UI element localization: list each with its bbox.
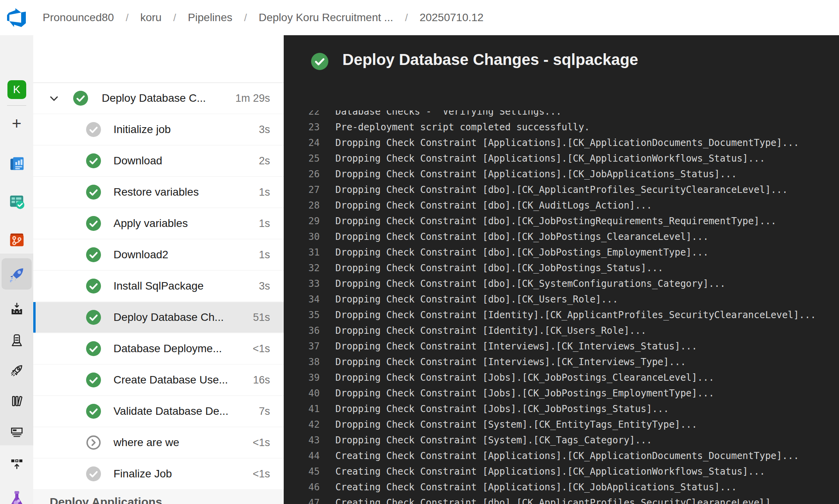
log-line-number[interactable]: 30 bbox=[284, 229, 320, 245]
skipped-status-icon bbox=[86, 435, 101, 450]
job-step-label: Download bbox=[113, 155, 162, 167]
job-step-row[interactable]: where are we<1s bbox=[33, 427, 284, 458]
test-plans-icon[interactable] bbox=[0, 490, 33, 504]
log-line-number[interactable]: 47 bbox=[284, 495, 320, 504]
success-status-icon bbox=[86, 373, 101, 387]
log-line-number[interactable]: 36 bbox=[284, 323, 320, 338]
log-line: 41Dropping Check Constraint [Jobs].[CK_J… bbox=[284, 401, 839, 417]
log-line: 29Dropping Check Constraint [dbo].[CK_Jo… bbox=[284, 213, 839, 229]
log-line-text: Dropping Check Constraint [Identity].[CK… bbox=[320, 307, 816, 323]
job-group-row[interactable]: Deploy Database C...1m 29s bbox=[33, 83, 284, 113]
job-step-label: Database Deployme... bbox=[113, 342, 222, 355]
job-step-label: Finalize Job bbox=[113, 468, 172, 480]
job-step-row[interactable]: Download2s bbox=[33, 146, 284, 176]
job-step-row[interactable]: Create Database Use...16s bbox=[33, 365, 284, 395]
job-step-row[interactable]: Initialize job3s bbox=[33, 114, 284, 145]
log-line-number[interactable]: 38 bbox=[284, 354, 320, 370]
environments-icon[interactable] bbox=[0, 301, 33, 317]
log-line-number[interactable]: 23 bbox=[284, 119, 320, 135]
next-job-group-label[interactable]: Deploy Applications bbox=[33, 495, 284, 504]
job-step-row[interactable]: Install SqlPackage3s bbox=[33, 271, 284, 301]
log-line-number[interactable]: 32 bbox=[284, 260, 320, 276]
task-groups-icon[interactable] bbox=[0, 425, 33, 440]
add-icon[interactable]: + bbox=[0, 115, 33, 133]
job-step-duration: 1s bbox=[259, 186, 270, 198]
job-step-duration: 1s bbox=[259, 249, 270, 261]
chevron-down-icon[interactable] bbox=[48, 93, 60, 104]
job-step-row[interactable]: Restore variables1s bbox=[33, 177, 284, 207]
job-step-duration: 16s bbox=[253, 374, 270, 386]
breadcrumb-item[interactable]: Deploy Koru Recruitment ... bbox=[259, 11, 393, 24]
breadcrumb-item[interactable]: Pipelines bbox=[188, 11, 232, 24]
log-line: 45Creating Check Constraint [Application… bbox=[284, 464, 839, 479]
success-status-icon bbox=[86, 216, 101, 231]
job-step-row[interactable]: Database Deployme...<1s bbox=[33, 333, 284, 364]
rocket-icon[interactable] bbox=[0, 363, 33, 378]
log-line-number[interactable]: 27 bbox=[284, 182, 320, 198]
log-line: 25Dropping Check Constraint [Application… bbox=[284, 151, 839, 166]
job-step-row[interactable]: Apply variables1s bbox=[33, 208, 284, 239]
breadcrumb-item[interactable]: 20250710.12 bbox=[420, 11, 484, 24]
job-step-row[interactable]: Finalize Job<1s bbox=[33, 459, 284, 489]
job-step-label: where are we bbox=[113, 436, 179, 449]
log-line-number[interactable]: 43 bbox=[284, 432, 320, 448]
log-line-text: Pre-deployment script completed successf… bbox=[320, 119, 590, 135]
log-line-number[interactable]: 44 bbox=[284, 448, 320, 464]
log-line-number[interactable]: 35 bbox=[284, 307, 320, 323]
job-step-label: Apply variables bbox=[113, 217, 188, 230]
job-step-duration: <1s bbox=[253, 468, 270, 480]
overview-icon[interactable] bbox=[0, 154, 33, 172]
job-step-row[interactable]: Validate Database De...7s bbox=[33, 396, 284, 427]
log-line-number[interactable]: 25 bbox=[284, 151, 320, 166]
log-line-number[interactable]: 41 bbox=[284, 401, 320, 417]
log-line-number[interactable]: 40 bbox=[284, 385, 320, 401]
job-step-row[interactable]: Deploy Database Ch...51s bbox=[33, 302, 284, 333]
log-line-text: Database Checks - Verifying Settings... bbox=[320, 110, 562, 119]
deployment-groups-icon[interactable] bbox=[0, 456, 33, 472]
log-line-number[interactable]: 33 bbox=[284, 276, 320, 292]
log-line-number[interactable]: 26 bbox=[284, 166, 320, 182]
boards-icon[interactable] bbox=[0, 193, 33, 211]
log-line-number[interactable]: 39 bbox=[284, 370, 320, 385]
success-status-icon bbox=[86, 279, 101, 293]
log-line-number[interactable]: 28 bbox=[284, 198, 320, 213]
breadcrumb: Pronounced80/koru/Pipelines/Deploy Koru … bbox=[43, 0, 484, 35]
job-step-duration: 1m 29s bbox=[235, 92, 270, 104]
jobs-panel: Jobs in run #20250710.12 Deploy Database… bbox=[33, 35, 284, 504]
breadcrumb-separator: / bbox=[126, 12, 128, 24]
log-line-number[interactable]: 42 bbox=[284, 417, 320, 432]
log-line-number[interactable]: 24 bbox=[284, 135, 320, 151]
library-icon[interactable] bbox=[0, 393, 33, 409]
log-line: 42Dropping Check Constraint [System].[CK… bbox=[284, 417, 839, 432]
releases-icon[interactable] bbox=[0, 333, 33, 348]
azure-devops-logo-icon[interactable] bbox=[7, 8, 26, 27]
project-avatar[interactable]: K bbox=[0, 80, 33, 99]
breadcrumb-item[interactable]: Pronounced80 bbox=[43, 11, 114, 24]
job-step-duration: <1s bbox=[253, 437, 270, 449]
log-line-number[interactable]: 22 bbox=[284, 110, 320, 119]
log-line-number[interactable]: 45 bbox=[284, 464, 320, 479]
job-step-label: Create Database Use... bbox=[113, 374, 228, 386]
job-step-label: Deploy Database Ch... bbox=[113, 311, 224, 324]
job-step-label: Validate Database De... bbox=[113, 405, 229, 418]
log-line: 44Creating Check Constraint [Application… bbox=[284, 448, 839, 464]
breadcrumb-item[interactable]: koru bbox=[140, 11, 161, 24]
success-status-icon bbox=[86, 247, 101, 262]
log-panel: Deploy Database Changes - sqlpackage 22D… bbox=[284, 35, 839, 504]
job-step-label: Download2 bbox=[113, 248, 168, 261]
log-viewport[interactable]: 22Database Checks - Verifying Settings..… bbox=[284, 110, 839, 504]
log-line-number[interactable]: 34 bbox=[284, 292, 320, 307]
job-step-duration: 3s bbox=[259, 280, 270, 292]
log-line-text: Dropping Check Constraint [Jobs].[CK_Job… bbox=[320, 370, 714, 385]
jobs-list[interactable]: Deploy Database C...1m 29sInitialize job… bbox=[33, 83, 284, 504]
jobs-panel-header: Jobs in run #20250710.12 bbox=[33, 35, 284, 83]
repos-icon[interactable] bbox=[0, 231, 33, 249]
log-lines: 22Database Checks - Verifying Settings..… bbox=[284, 110, 839, 504]
job-step-row[interactable]: Download21s bbox=[33, 239, 284, 270]
log-line-number[interactable]: 37 bbox=[284, 338, 320, 354]
job-step-label: Deploy Database C... bbox=[102, 92, 206, 104]
log-line-number[interactable]: 46 bbox=[284, 479, 320, 495]
log-line-text: Dropping Check Constraint [dbo].[CK_JobP… bbox=[320, 260, 663, 276]
log-line-number[interactable]: 29 bbox=[284, 213, 320, 229]
log-line-number[interactable]: 31 bbox=[284, 245, 320, 260]
